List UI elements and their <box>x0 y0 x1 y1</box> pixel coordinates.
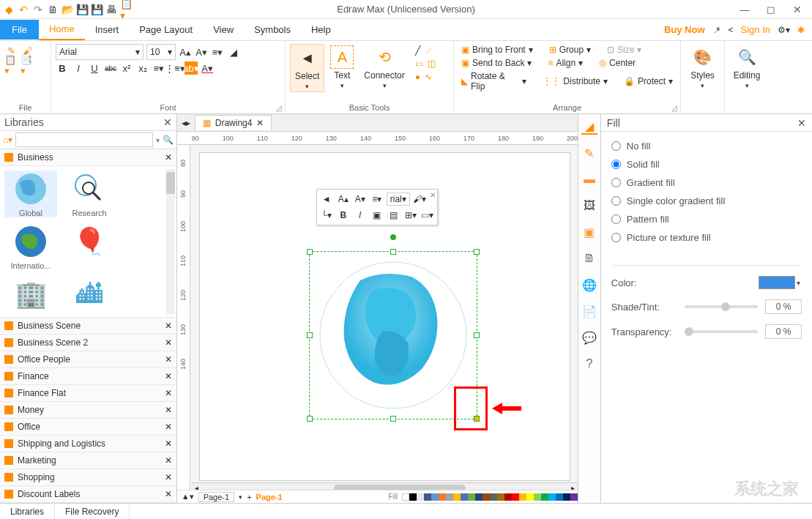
resize-handle-ml[interactable] <box>307 332 313 338</box>
color-strip[interactable] <box>402 493 578 501</box>
color-picker[interactable] <box>759 276 795 289</box>
ft-front-icon[interactable]: ▣ <box>370 208 384 223</box>
category-office-people[interactable]: Office People✕ <box>0 351 176 368</box>
category-discount-labels[interactable]: Discount Labels✕ <box>0 486 176 503</box>
add-page-icon[interactable]: + <box>247 493 251 501</box>
layers-icon[interactable]: ▣ <box>581 224 597 240</box>
align-button[interactable]: ≡Align▾ <box>545 57 586 69</box>
category-money[interactable]: Money✕ <box>0 402 176 419</box>
styles-button[interactable]: 🎨Styles▾ <box>685 44 720 91</box>
category-close-icon[interactable]: ✕ <box>165 489 172 499</box>
category-office[interactable]: Office✕ <box>0 419 176 436</box>
category-close-icon[interactable]: ✕ <box>165 422 172 432</box>
page-tab-1[interactable]: Page-1 <box>198 492 234 502</box>
bottom-tab-file-recovery[interactable]: File Recovery <box>55 504 130 519</box>
category-shipping-and-logistics[interactable]: Shipping and Logistics✕ <box>0 436 176 452</box>
category-business[interactable]: Business ✕ <box>0 149 176 166</box>
copy-icon[interactable]: 📑▾ <box>21 59 34 72</box>
export-icon[interactable]: 📋▾ <box>120 4 132 15</box>
open-icon[interactable]: 📂 <box>62 4 73 15</box>
curve-tool[interactable]: ∿ <box>425 72 432 82</box>
select-tool[interactable]: ◄Select▾ <box>290 44 324 92</box>
tab-view[interactable]: View <box>203 20 244 40</box>
shape-building1[interactable]: 🏢 <box>4 276 57 313</box>
shrink-font-icon[interactable]: A▾ <box>195 45 208 59</box>
category-close-icon[interactable]: ✕ <box>165 472 172 482</box>
line-tool-icon[interactable]: ✎ <box>581 145 597 161</box>
font-size-combo[interactable]: 10▾ <box>146 44 176 60</box>
shape-international[interactable]: Internatio... <box>4 223 57 270</box>
help-icon[interactable]: ? <box>581 356 597 372</box>
tab-home[interactable]: Home <box>39 19 85 40</box>
shape-building2[interactable]: 🏙 <box>63 276 116 313</box>
resize-handle-tl[interactable] <box>307 249 313 255</box>
shade-value-input[interactable]: 0 % <box>765 299 802 314</box>
category-finance-flat[interactable]: Finance Flat✕ <box>0 385 176 402</box>
transparency-value-input[interactable]: 0 % <box>765 324 802 339</box>
bold-button[interactable]: B <box>56 61 69 75</box>
search-icon[interactable]: 🔍 <box>163 135 174 145</box>
category-close-icon[interactable]: ✕ <box>165 405 172 415</box>
category-close-icon[interactable]: ✕ <box>165 388 172 398</box>
ft-align-icon[interactable]: ≡▾ <box>370 192 384 206</box>
category-close-icon[interactable]: ✕ <box>165 455 172 466</box>
comment-icon[interactable]: 💬 <box>581 329 597 346</box>
page-icon[interactable]: 🗎 <box>581 250 597 266</box>
category-close-icon[interactable]: ✕ <box>165 354 172 365</box>
fill-option-no-fill[interactable]: No fill <box>611 141 802 152</box>
new-doc-icon[interactable]: 🗎 <box>47 4 59 15</box>
canvas[interactable]: 8090100110120130140 ✕ ◄ A▴ A▾ ≡▾ rial▾ 🖌… <box>177 145 578 503</box>
rect2-tool[interactable]: ◫ <box>428 59 436 69</box>
bullets-icon[interactable]: ⋮≡▾ <box>168 61 182 75</box>
send-to-back[interactable]: ▣Send to Back▾ <box>458 57 534 69</box>
tab-nav-left[interactable]: ◂▸ <box>177 118 195 128</box>
resize-handle-tr[interactable] <box>474 249 480 255</box>
rotate-flip[interactable]: ◣Rotate & Flip▾ <box>458 70 529 92</box>
tab-help[interactable]: Help <box>301 20 341 40</box>
group-button[interactable]: ⊞Group▾ <box>546 44 594 56</box>
image-icon[interactable]: 🖼 <box>581 198 597 214</box>
ft-back-icon[interactable]: ▤ <box>387 208 401 223</box>
center-button[interactable]: ◎Center <box>596 57 638 69</box>
globe-shape[interactable] <box>310 252 477 419</box>
category-business-scene[interactable]: Business Scene✕ <box>0 318 176 335</box>
grow-font-icon[interactable]: A▴ <box>179 45 192 59</box>
arc-tool[interactable]: ⟋ <box>425 45 433 56</box>
save-icon[interactable]: 💾 <box>76 4 88 15</box>
sign-in-link[interactable]: Sign In <box>741 24 770 35</box>
minimize-button[interactable]: — <box>736 2 753 17</box>
shape-research[interactable]: Research <box>63 171 116 217</box>
category-shopping[interactable]: Shopping✕ <box>0 469 176 486</box>
ft-grow-font-icon[interactable]: A▴ <box>336 192 351 206</box>
category-close-icon[interactable]: ✕ <box>165 321 172 331</box>
ft-bold-icon[interactable]: B <box>336 208 351 223</box>
rect-tool[interactable]: ▭ <box>415 59 423 69</box>
protect-button[interactable]: 🔒Protect▾ <box>621 75 676 87</box>
ft-group-icon[interactable]: ⊞▾ <box>403 208 418 223</box>
fill-option-single-color-gradient-fill[interactable]: Single color gradient fill <box>611 195 802 206</box>
share-icon[interactable]: ⭷ <box>712 25 721 35</box>
doc-icon2[interactable]: 📄 <box>581 303 597 319</box>
buy-now-link[interactable]: Buy Now <box>664 24 705 35</box>
text-tool[interactable]: AText▾ <box>326 44 358 91</box>
distribute-button[interactable]: ⋮⋮Distribute▾ <box>540 75 611 87</box>
libraries-close-icon[interactable]: ✕ <box>163 116 172 128</box>
category-close-icon[interactable]: ✕ <box>165 337 172 348</box>
paste-icon[interactable]: 📋▾ <box>4 59 18 72</box>
superscript-icon[interactable]: x² <box>120 61 133 75</box>
undo-button[interactable]: ↶ <box>18 4 29 15</box>
fill-option-pattern-fill[interactable]: Pattern fill <box>611 214 802 225</box>
ft-connector-icon[interactable]: └▾ <box>319 208 334 223</box>
strike-button[interactable]: abc <box>104 61 117 75</box>
align-icon[interactable]: ≡▾ <box>211 45 224 59</box>
ft-italic-icon[interactable]: I <box>353 208 368 223</box>
size-button[interactable]: ⊡Size▾ <box>604 44 644 56</box>
resize-handle-mr[interactable] <box>474 332 480 338</box>
close-button[interactable]: ✕ <box>789 2 806 17</box>
category-finance[interactable]: Finance✕ <box>0 368 176 385</box>
tab-insert[interactable]: Insert <box>85 20 130 40</box>
ft-shrink-font-icon[interactable]: A▾ <box>353 192 368 206</box>
italic-button[interactable]: I <box>72 61 85 75</box>
arrange-dialog-launcher[interactable]: ◿ <box>671 104 677 112</box>
fill-option-picture-or-texture-fill[interactable]: Picture or texture fill <box>611 232 802 243</box>
